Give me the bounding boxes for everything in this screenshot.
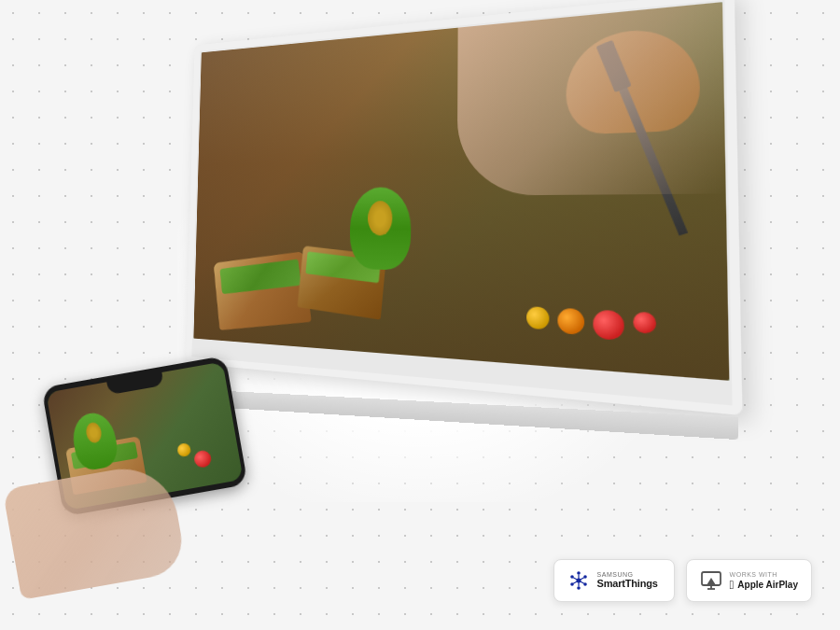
airplay-brand-label: Apple AirPlay [737, 580, 798, 590]
svg-marker-14 [707, 578, 716, 585]
svg-point-2 [577, 586, 581, 590]
svg-point-1 [577, 571, 581, 575]
smartthings-icon [567, 569, 590, 592]
samsung-label: SAMSUNG [597, 571, 658, 578]
apple-airplay-text:  Apple AirPlay [730, 579, 798, 591]
apple-logo:  [730, 579, 735, 591]
smartthings-badge: SAMSUNG SmartThings [553, 559, 675, 602]
badges-area: SAMSUNG SmartThings Works with  Apple A… [553, 559, 812, 602]
smartthings-text: SAMSUNG SmartThings [597, 571, 658, 590]
tv-food-image [193, 2, 729, 381]
tv-screen [193, 2, 729, 381]
airplay-icon [700, 569, 722, 592]
works-with-label: Works with [730, 571, 798, 578]
airplay-text: Works with  Apple AirPlay [730, 571, 798, 591]
airplay-badge: Works with  Apple AirPlay [686, 559, 812, 602]
smartthings-label: SmartThings [597, 578, 658, 590]
